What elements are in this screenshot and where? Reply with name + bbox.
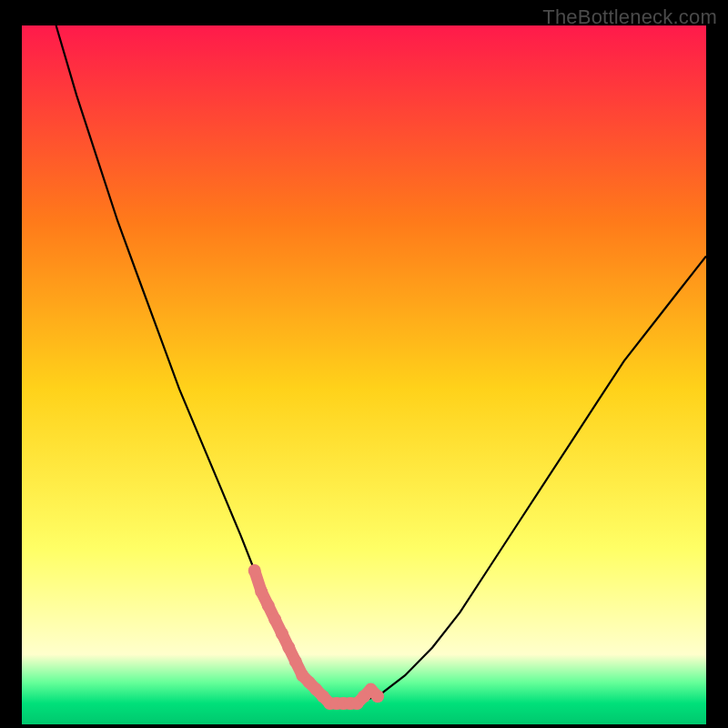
plot-area: [22, 25, 706, 724]
valley-marker-dot: [255, 585, 268, 598]
watermark-text: TheBottleneck.com: [542, 5, 717, 29]
bottleneck-chart: [22, 25, 706, 724]
valley-marker-dot: [268, 613, 281, 626]
valley-marker-dot: [262, 599, 275, 612]
valley-marker-dot: [248, 564, 261, 577]
valley-marker-dot: [371, 690, 384, 703]
gradient-background: [22, 25, 706, 724]
chart-frame: TheBottleneck.com: [0, 0, 728, 728]
valley-marker-dot: [276, 627, 288, 640]
valley-marker-dot: [282, 642, 295, 654]
valley-marker-dot: [289, 655, 302, 668]
